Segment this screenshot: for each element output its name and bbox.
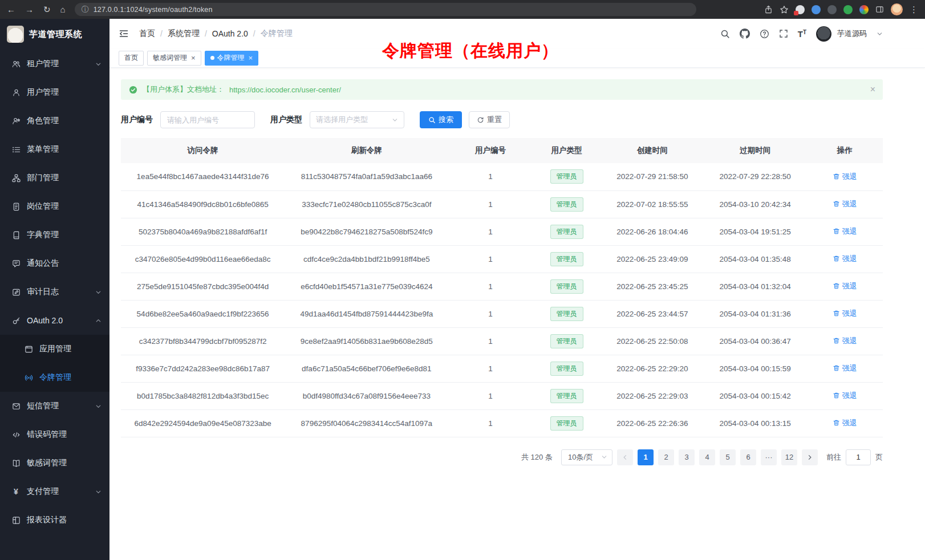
forward-icon[interactable]: → — [25, 5, 34, 14]
refresh-token-cell: 8796295f04064c2983414cc54af1097a — [285, 409, 448, 437]
doc-link[interactable]: https://doc.iocoder.cn/user-center/ — [229, 86, 341, 94]
page-button-4[interactable]: 4 — [699, 449, 715, 465]
force-logout-button[interactable]: 强退 — [833, 391, 857, 401]
breadcrumb-home[interactable]: 首页 — [139, 29, 155, 39]
page-info-icon[interactable]: ⓘ — [82, 5, 89, 15]
tab-sensitive-word[interactable]: 敏感词管理× — [147, 51, 201, 66]
force-logout-button[interactable]: 强退 — [833, 226, 857, 237]
sidebar-item-dept[interactable]: 部门管理 — [0, 164, 109, 192]
sidebar-item-post[interactable]: 岗位管理 — [0, 192, 109, 221]
force-logout-button[interactable]: 强退 — [833, 254, 857, 264]
tab-token[interactable]: 令牌管理× — [205, 51, 259, 66]
created-time-cell: 2022-06-25 23:44:57 — [601, 300, 704, 327]
app-title: 芋道管理系统 — [29, 29, 82, 40]
sidebar-item-error-code[interactable]: 错误码管理 — [0, 420, 109, 449]
menu-fold-icon[interactable] — [119, 29, 129, 39]
extension-icon[interactable] — [827, 5, 837, 14]
address-bar[interactable]: ⓘ 127.0.0.1:1024/system/oauth2/token — [75, 3, 696, 16]
breadcrumb-system[interactable]: 系统管理 — [168, 29, 200, 39]
home-icon[interactable]: ⌂ — [60, 5, 66, 14]
user-type-select[interactable]: 请选择用户类型 — [310, 111, 404, 128]
back-icon[interactable]: ← — [7, 5, 15, 14]
page-button-1[interactable]: 1 — [638, 449, 654, 465]
sidebar-item-audit-log[interactable]: 审计日志 — [0, 278, 109, 306]
force-logout-button[interactable]: 强退 — [833, 363, 857, 374]
sidebar-item-dict[interactable]: 字典管理 — [0, 221, 109, 249]
access-token-cell: b0d1785bc3a8482f812db4a3f3bd15ec — [121, 382, 285, 409]
close-icon[interactable]: × — [249, 54, 253, 62]
sidebar-item-notice[interactable]: 通知公告 — [0, 249, 109, 278]
page-size-select[interactable]: 10条/页 — [561, 449, 612, 465]
browser-profile-avatar[interactable] — [891, 3, 903, 15]
sidebar-item-menu[interactable]: 菜单管理 — [0, 135, 109, 164]
refresh-token-cell: 9ce8ef2aa9f14056b831ae9b608e28d5 — [285, 327, 448, 355]
page-button-6[interactable]: 6 — [740, 449, 756, 465]
breadcrumb: 首页 / 系统管理 / OAuth 2.0 / 令牌管理 — [139, 29, 293, 39]
main-area: 首页 / 系统管理 / OAuth 2.0 / 令牌管理 — [109, 19, 925, 560]
breadcrumb-oauth[interactable]: OAuth 2.0 — [212, 29, 248, 38]
goto-label: 前往 — [826, 452, 841, 462]
breadcrumb-current: 令牌管理 — [261, 29, 293, 39]
refresh-token-cell: 49d1aa46d1454fbd87591444423be9fa — [285, 300, 448, 327]
sidebar-item-tenant[interactable]: 租户管理 — [0, 50, 109, 78]
extension-icon[interactable] — [843, 5, 853, 14]
sidebar-item-oauth2[interactable]: OAuth 2.0 — [0, 306, 109, 335]
search-icon[interactable] — [720, 29, 730, 39]
page-button-5[interactable]: 5 — [720, 449, 736, 465]
user-id-input[interactable] — [160, 111, 255, 128]
extension-icon[interactable] — [812, 5, 821, 14]
access-token-cell: f9336e7c7dd242a283ee98dc86b17a87 — [121, 355, 285, 382]
sidebar-subitem-token[interactable]: 令牌管理 — [0, 363, 109, 392]
force-logout-button[interactable]: 强退 — [833, 281, 857, 291]
chevron-down-icon[interactable] — [877, 31, 883, 37]
reset-button[interactable]: 重置 — [469, 111, 510, 128]
username[interactable]: 芋道源码 — [837, 29, 867, 39]
sidebar-item-report[interactable]: 报表设计器 — [0, 506, 109, 534]
access-token-cell: 502375b8040a469a9b82188afdf6af1f — [121, 218, 285, 245]
search-button[interactable]: 搜索 — [420, 111, 462, 128]
pager-ellipsis[interactable]: ··· — [761, 449, 777, 465]
user-avatar[interactable] — [816, 26, 831, 42]
extension-icon[interactable] — [796, 5, 805, 14]
page-button-3[interactable]: 3 — [679, 449, 695, 465]
sidebar-item-sms[interactable]: 短信管理 — [0, 392, 109, 420]
browser-chrome: ← → ↻ ⌂ ⓘ 127.0.0.1:1024/system/oauth2/t… — [0, 0, 925, 19]
sidebar-item-sensitive-word[interactable]: 敏感词管理 — [0, 449, 109, 477]
close-icon[interactable]: × — [191, 54, 196, 62]
app-logo[interactable]: 芋道管理系统 — [0, 19, 109, 50]
refresh-icon — [477, 116, 484, 124]
sidebar-item-role[interactable]: 角色管理 — [0, 107, 109, 135]
browser-menu-icon[interactable]: ⋮ — [910, 5, 918, 14]
force-logout-button[interactable]: 强退 — [833, 418, 857, 428]
force-logout-button[interactable]: 强退 — [833, 336, 857, 346]
sidebar-item-user[interactable]: 用户管理 — [0, 78, 109, 107]
fullscreen-icon[interactable] — [779, 29, 788, 38]
reload-icon[interactable]: ↻ — [43, 5, 51, 14]
refresh-token-cell: 333ecfc71e02480cb11055c875c3ca0f — [285, 190, 448, 218]
menu-icon — [11, 145, 21, 154]
log-icon — [11, 288, 21, 297]
bookmark-star-icon[interactable] — [780, 5, 789, 14]
user-id-cell: 1 — [448, 355, 532, 382]
extension-icon[interactable] — [859, 5, 869, 14]
font-size-icon[interactable]: TT — [798, 30, 806, 38]
next-page-button[interactable] — [802, 449, 818, 465]
github-icon[interactable] — [740, 29, 750, 39]
goto-page-input[interactable] — [846, 449, 871, 465]
prev-page-button[interactable] — [617, 449, 633, 465]
page-button-2[interactable]: 2 — [658, 449, 674, 465]
tab-home[interactable]: 首页 — [119, 51, 144, 66]
page-button-12[interactable]: 12 — [781, 449, 797, 465]
force-logout-button[interactable]: 强退 — [833, 199, 857, 209]
force-logout-button[interactable]: 强退 — [833, 172, 857, 182]
help-icon[interactable] — [760, 29, 769, 39]
action-cell: 强退 — [806, 355, 883, 382]
column-header: 访问令牌 — [121, 138, 285, 163]
side-panel-icon[interactable] — [875, 5, 884, 14]
sidebar-item-pay[interactable]: ¥支付管理 — [0, 477, 109, 506]
share-icon[interactable] — [764, 5, 773, 14]
force-logout-button[interactable]: 强退 — [833, 309, 857, 319]
close-icon[interactable]: × — [870, 84, 875, 95]
access-token-cell: 275e5de9151045fe87cbdc395e004f4d — [121, 273, 285, 300]
sidebar-subitem-app[interactable]: 应用管理 — [0, 335, 109, 363]
